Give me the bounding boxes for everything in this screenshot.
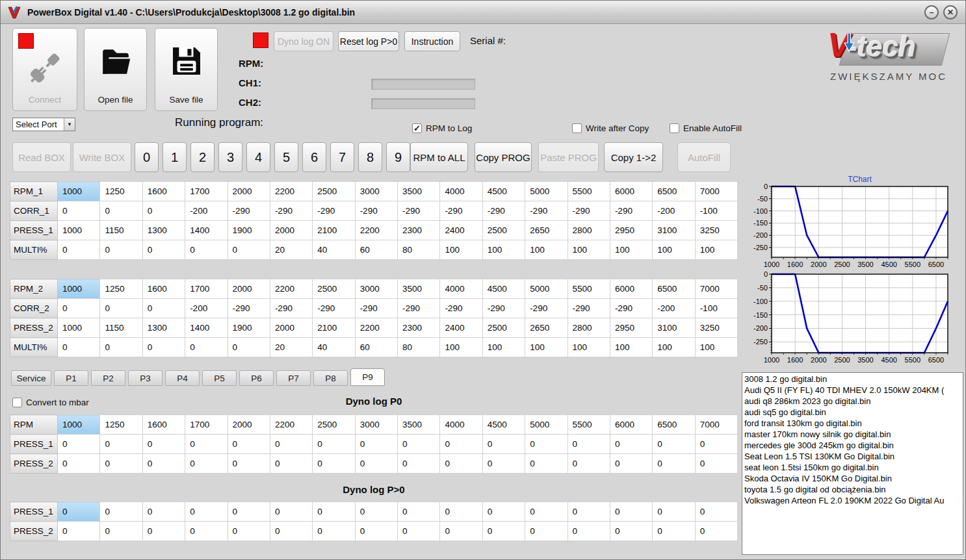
cell-PRESS_1-10[interactable]: 0 [482,502,525,522]
cell-PRESS_1-7[interactable]: 0 [355,435,397,454]
cell-MULTI%-0[interactable]: 0 [58,240,100,260]
cell-RPM_2-5[interactable]: 2200 [270,279,312,299]
cell-CORR_2-14[interactable]: -200 [653,299,695,318]
tab-p4[interactable]: P4 [165,370,200,386]
cell-PRESS_2-14[interactable]: 0 [653,522,695,541]
cell-RPM-12[interactable]: 5500 [568,415,610,435]
cell-PRESS_1-9[interactable]: 0 [440,435,482,454]
cell-RPM_2-14[interactable]: 6500 [653,279,695,299]
file-list-item[interactable]: seat leon 1.5tsi 150km go digital.bin [742,462,963,473]
cell-PRESS_1-9[interactable]: 2400 [440,221,482,240]
cell-CORR_2-7[interactable]: -290 [355,299,397,318]
reset-log-button[interactable]: Reset log P>0 [338,31,399,51]
program-button-5[interactable]: 5 [274,142,298,172]
cell-CORR_1-2[interactable]: 0 [142,201,185,221]
cell-PRESS_2-1[interactable]: 1150 [100,318,142,338]
cell-PRESS_2-4[interactable]: 0 [228,522,270,541]
cell-RPM-14[interactable]: 6500 [653,415,695,435]
cell-PRESS_1-2[interactable]: 0 [142,502,185,522]
cell-PRESS_1-12[interactable]: 0 [568,435,610,454]
cell-CORR_2-15[interactable]: -100 [695,299,737,318]
cell-MULTI%-10[interactable]: 100 [482,240,525,260]
cell-PRESS_2-12[interactable]: 0 [568,454,610,474]
cell-RPM_1-0[interactable]: 1000 [58,182,100,201]
cell-PRESS_2-4[interactable]: 1900 [228,318,270,338]
cell-PRESS_1-5[interactable]: 2000 [270,221,312,240]
cell-PRESS_1-4[interactable]: 0 [228,435,270,454]
cell-CORR_2-4[interactable]: -290 [228,299,270,318]
cell-PRESS_1-11[interactable]: 0 [525,435,568,454]
cell-PRESS_1-7[interactable]: 0 [355,502,397,522]
file-list-item[interactable]: audi q8 286km 2023 go digital.bin [742,396,963,407]
cell-RPM_2-1[interactable]: 1250 [100,279,142,299]
cell-PRESS_2-9[interactable]: 0 [440,454,482,474]
port-select[interactable]: Select Port ▼ [12,118,75,131]
cell-MULTI%-12[interactable]: 100 [568,240,610,260]
cell-PRESS_2-0[interactable]: 0 [58,522,100,541]
cell-PRESS_2-9[interactable]: 2400 [440,318,482,338]
cell-PRESS_1-8[interactable]: 2300 [398,221,440,240]
paste-prog-button[interactable]: Paste PROG [538,142,599,172]
file-list-item[interactable]: Skoda Octavia IV 150KM Go Digital.bin [742,473,963,484]
cell-MULTI%-8[interactable]: 80 [398,240,440,260]
cell-PRESS_1-0[interactable]: 0 [58,435,100,454]
cell-PRESS_2-10[interactable]: 2500 [482,318,525,338]
cell-PRESS_2-5[interactable]: 0 [270,522,312,541]
cell-MULTI%-4[interactable]: 0 [228,338,270,357]
cell-PRESS_2-5[interactable]: 0 [270,454,312,474]
cell-PRESS_2-7[interactable]: 0 [355,454,397,474]
cell-PRESS_2-6[interactable]: 0 [313,454,355,474]
cell-PRESS_2-3[interactable]: 1400 [185,318,228,338]
save-file-button[interactable]: Save file [155,28,218,111]
cell-PRESS_1-9[interactable]: 0 [440,502,482,522]
cell-PRESS_2-6[interactable]: 0 [313,522,355,541]
cell-PRESS_1-5[interactable]: 0 [270,435,312,454]
cell-MULTI%-11[interactable]: 100 [525,338,568,357]
cell-MULTI%-10[interactable]: 100 [482,338,525,357]
cell-CORR_2-2[interactable]: 0 [142,299,185,318]
cell-PRESS_1-1[interactable]: 0 [100,435,142,454]
write-box-button[interactable]: Write BOX [73,142,131,172]
cell-RPM_1-3[interactable]: 1700 [185,182,228,201]
cell-PRESS_2-6[interactable]: 2100 [313,318,355,338]
cell-PRESS_1-0[interactable]: 1000 [58,221,100,240]
tab-p9[interactable]: P9 [350,368,385,386]
cell-RPM-10[interactable]: 4500 [482,415,525,435]
cell-PRESS_2-12[interactable]: 2800 [568,318,610,338]
cell-CORR_1-11[interactable]: -290 [525,201,568,221]
file-list[interactable]: 3008 1.2 go digital.binAudi Q5 II (FY FL… [742,372,963,555]
tab-p8[interactable]: P8 [313,370,348,386]
cell-PRESS_1-1[interactable]: 0 [100,502,142,522]
cell-RPM-1[interactable]: 1250 [100,415,142,435]
cell-PRESS_2-12[interactable]: 0 [568,522,610,541]
cell-PRESS_2-15[interactable]: 0 [695,522,737,541]
cell-RPM_1-13[interactable]: 6000 [610,182,652,201]
cell-PRESS_1-13[interactable]: 0 [610,435,652,454]
cell-PRESS_2-0[interactable]: 1000 [58,318,100,338]
file-list-item[interactable]: ford transit 130km go digital.bin [742,418,963,429]
file-list-item[interactable]: Volkswagen Arteon FL 2.0 190KM 2022 Go D… [742,495,963,506]
cell-RPM_1-6[interactable]: 2500 [313,182,355,201]
cell-MULTI%-5[interactable]: 20 [270,338,312,357]
tab-p3[interactable]: P3 [128,370,163,386]
cell-PRESS_2-13[interactable]: 0 [610,522,652,541]
cell-CORR_1-14[interactable]: -200 [653,201,695,221]
cell-PRESS_2-9[interactable]: 0 [440,522,482,541]
program-button-8[interactable]: 8 [358,142,382,172]
cell-MULTI%-13[interactable]: 100 [610,240,652,260]
cell-MULTI%-6[interactable]: 40 [313,240,355,260]
cell-PRESS_1-15[interactable]: 0 [695,435,737,454]
cell-CORR_2-13[interactable]: -290 [610,299,652,318]
cell-MULTI%-7[interactable]: 60 [355,338,397,357]
cell-MULTI%-8[interactable]: 80 [398,338,440,357]
file-list-item[interactable]: toyota 1.5 go digital od obciążenia.bin [742,484,963,495]
read-box-button[interactable]: Read BOX [12,142,71,172]
program-button-0[interactable]: 0 [135,142,159,172]
cell-RPM_1-2[interactable]: 1600 [142,182,185,201]
cell-RPM-5[interactable]: 2200 [270,415,312,435]
cell-PRESS_1-3[interactable]: 0 [185,502,228,522]
cell-PRESS_2-13[interactable]: 2950 [610,318,652,338]
dyno-log-on-button[interactable]: Dyno log ON [274,31,333,51]
cell-PRESS_1-6[interactable]: 0 [313,435,355,454]
cell-PRESS_2-4[interactable]: 0 [228,454,270,474]
